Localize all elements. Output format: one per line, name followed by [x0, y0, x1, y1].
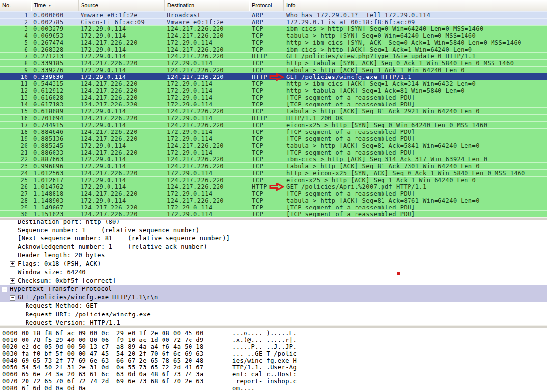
packet-row-10[interactable]: 100.339630172.29.0.114124.217.226.220HTT…: [0, 73, 547, 80]
detail-line[interactable]: −GET /policies/wincfg.exe HTTP/1.1\r\n: [0, 293, 547, 302]
detail-line[interactable]: +Flags: 0x18 (PSH, ACK): [0, 260, 547, 268]
packet-row-29[interactable]: 291.149067124.217.226.220172.29.0.114TCP…: [0, 204, 547, 210]
collapse-icon[interactable]: −: [2, 287, 7, 292]
detail-line[interactable]: −Hypertext Transfer Protocol: [0, 285, 547, 293]
column-header-label: No.: [2, 2, 11, 8]
packet-row-28[interactable]: 281.148903172.29.0.114124.217.226.220TCP…: [0, 197, 547, 204]
column-header-time[interactable]: Time▾: [31, 0, 79, 11]
wireshark-window: No.Time▾SourceDestinationProtocolInfo 10…: [0, 0, 547, 392]
hex-row[interactable]: 004069 65 73 2f 77 69 6e 63 66 67 2e 65 …: [0, 357, 547, 364]
packet-row-7[interactable]: 70.271213172.29.0.114124.217.226.220HTTP…: [0, 52, 547, 59]
packet-row-24[interactable]: 241.012563124.217.226.220172.29.0.114TCP…: [0, 169, 547, 176]
detail-line[interactable]: +Checksum: 0xbf5f [correct]: [0, 276, 547, 285]
hex-row[interactable]: 007020 72 65 70 6f 72 74 2d 69 6e 73 68 …: [0, 378, 547, 385]
hex-row[interactable]: 005054 54 50 2f 31 2e 31 0d 0a 55 73 65 …: [0, 364, 547, 371]
packet-row-16[interactable]: 160.701094124.217.226.220172.29.0.114HTT…: [0, 114, 547, 121]
packet-row-17[interactable]: 170.744915172.29.0.114124.217.226.220TCP…: [0, 121, 547, 128]
column-header-info[interactable]: Info: [284, 0, 547, 11]
packet-cell-protocol: TCP: [249, 26, 284, 32]
packet-row-9[interactable]: 90.339276172.29.0.114124.217.226.220TCPt…: [0, 66, 547, 73]
packet-cell-destination: 124.217.226.220: [165, 197, 249, 204]
column-header-destination[interactable]: Destination: [165, 0, 249, 11]
packet-cell-info: [TCP segment of a reassembled PDU]: [284, 190, 547, 197]
detail-line[interactable]: Header length: 20 bytes: [0, 251, 547, 260]
packet-cell-destination: 172.29.0.114: [165, 211, 249, 217]
packet-row-1[interactable]: 10.000000Vmware_e0:1f:2eBroadcastARPWho …: [0, 11, 547, 18]
packet-cell-destination: 172.29.0.114: [165, 60, 249, 66]
detail-line[interactable]: Sequence number: 1 (relative sequence nu…: [0, 226, 547, 234]
packet-cell-no: 6: [0, 46, 31, 52]
packet-row-6[interactable]: 60.268328172.29.0.114124.217.226.220TCPi…: [0, 46, 547, 52]
detail-line[interactable]: Window size: 64240: [0, 268, 547, 276]
packet-row-23[interactable]: 230.996896172.29.0.114124.217.226.220TCP…: [0, 162, 547, 169]
packet-row-13[interactable]: 130.616028124.217.226.220172.29.0.114TCP…: [0, 94, 547, 101]
packet-row-12[interactable]: 120.612912124.217.226.220172.29.0.114TCP…: [0, 87, 547, 94]
packet-row-18[interactable]: 180.884646124.217.226.220172.29.0.114TCP…: [0, 128, 547, 135]
packet-cell-info: tabula > http [SYN] Seq=0 Win=64240 Len=…: [284, 32, 547, 39]
packet-row-8[interactable]: 80.339185124.217.226.220172.29.0.114TCPh…: [0, 59, 547, 66]
packet-row-11[interactable]: 110.544315124.217.226.220172.29.0.114TCP…: [0, 80, 547, 87]
hex-row[interactable]: 006065 6e 74 3a 20 63 61 6c 63 0d 0a 48 …: [0, 371, 547, 378]
packet-cell-source: 172.29.0.114: [79, 197, 165, 204]
column-header-source[interactable]: Source: [79, 0, 165, 11]
packet-row-19[interactable]: 190.885136124.217.226.220172.29.0.114TCP…: [0, 135, 547, 142]
detail-text: Hypertext Transfer Protocol: [0, 286, 112, 292]
hex-bytes: 00 18 f8 6f ac 09 00 0c 29 e0 1f 2e 08 0…: [22, 330, 204, 337]
packet-cell-no: 13: [0, 94, 31, 101]
detail-line[interactable]: Request Method: GET: [0, 302, 547, 310]
hex-rows: 000000 18 f8 6f ac 09 00 0c 29 e0 1f 2e …: [0, 330, 547, 392]
annotation-red-dot-icon: [397, 272, 400, 275]
packet-cell-no: 10: [0, 74, 31, 80]
hex-row[interactable]: 000000 18 f8 6f ac 09 00 0c 29 e0 1f 2e …: [0, 330, 547, 337]
detail-line[interactable]: Acknowledgement number: 1 (relative ack …: [0, 243, 547, 251]
packet-cell-time: 1.148903: [31, 197, 79, 204]
packet-bytes-pane: 000000 18 f8 6f ac 09 00 0c 29 e0 1f 2e …: [0, 328, 547, 392]
column-header-protocol[interactable]: Protocol: [249, 0, 284, 11]
detail-line[interactable]: Request URI: /policies/wincfg.exe: [0, 310, 547, 318]
packet-cell-source: 124.217.226.220: [79, 204, 165, 210]
detail-line[interactable]: [Next sequence number: 81 (relative sequ…: [0, 234, 547, 242]
packet-row-22[interactable]: 220.887663172.29.0.114124.217.226.220TCP…: [0, 156, 547, 162]
packet-cell-source: 172.29.0.114: [79, 122, 165, 128]
collapse-icon[interactable]: −: [10, 295, 15, 301]
expand-icon[interactable]: +: [10, 261, 15, 267]
packet-row-4[interactable]: 40.069653172.29.0.114124.217.226.220TCPt…: [0, 32, 547, 39]
packet-row-3[interactable]: 30.003279172.29.0.114124.217.226.220TCPi…: [0, 25, 547, 32]
packet-cell-info: eicon-x25 > http [SYN] Seq=0 Win=64240 L…: [284, 122, 547, 128]
packet-cell-protocol: TCP: [249, 170, 284, 176]
expand-icon[interactable]: +: [10, 278, 15, 284]
packet-cell-destination: 124.217.226.220: [165, 163, 249, 169]
packet-cell-source: 172.29.0.114: [79, 177, 165, 183]
packet-cell-source: 124.217.226.220: [79, 170, 165, 176]
packet-row-21[interactable]: 210.886033124.217.226.220172.29.0.114TCP…: [0, 149, 547, 156]
packet-row-30[interactable]: 301.151023124.217.226.220172.29.0.114TCP…: [0, 210, 547, 217]
hex-row[interactable]: 00806f 6d 0d 0a 0d 0aom....: [0, 385, 547, 392]
packet-row-14[interactable]: 140.617183124.217.226.220172.29.0.114TCP…: [0, 101, 547, 107]
packet-cell-info: http > ibm-cics [ACK] Seq=1 Ack=314 Win=…: [284, 80, 547, 87]
packet-row-2[interactable]: 20.002785Cisco-Li_6f:ac:09Vmware_e0:1f:2…: [0, 18, 547, 25]
packet-cell-time: 0.544315: [31, 80, 79, 87]
packet-cell-time: 1.014762: [31, 183, 79, 190]
packet-cell-protocol: TCP: [249, 177, 284, 183]
detail-text: Header length: 20 bytes: [0, 252, 105, 259]
packet-row-15[interactable]: 150.618089172.29.0.114124.217.226.220TCP…: [0, 107, 547, 114]
hex-row[interactable]: 001000 78 f5 29 40 00 80 06 f9 10 ac 1d …: [0, 337, 547, 343]
column-header-no[interactable]: No.: [0, 0, 31, 11]
hex-row[interactable]: 0020e2 dc 05 9d 00 50 13 c7 a8 89 4a a4 …: [0, 343, 547, 350]
packet-cell-destination: 172.29.0.114: [165, 39, 249, 46]
packet-row-5[interactable]: 50.267474124.217.226.220172.29.0.114TCPh…: [0, 39, 547, 46]
packet-cell-destination: 124.217.226.220: [165, 177, 249, 183]
packet-cell-no: 20: [0, 142, 31, 149]
packet-row-27[interactable]: 271.148818124.217.226.220172.29.0.114TCP…: [0, 190, 547, 197]
packet-row-20[interactable]: 200.885245172.29.0.114124.217.226.220TCP…: [0, 142, 547, 149]
hex-row[interactable]: 0030fa f0 bf 5f 00 00 47 45 54 20 2f 70 …: [0, 350, 547, 357]
packet-cell-no: 8: [0, 60, 31, 66]
packet-row-26[interactable]: 261.014762172.29.0.114124.217.226.220HTT…: [0, 183, 547, 190]
hex-ascii: report- inshop.c: [232, 378, 297, 385]
packet-row-25[interactable]: 251.012617172.29.0.114124.217.226.220TCP…: [0, 176, 547, 183]
detail-line[interactable]: Request Version: HTTP/1.1: [0, 318, 547, 325]
packet-cell-destination: Broadcast: [165, 12, 249, 18]
detail-text: Window size: 64240: [0, 269, 86, 276]
hex-offset: 0000: [2, 330, 18, 337]
detail-line[interactable]: Destination port: http (80): [0, 220, 547, 226]
